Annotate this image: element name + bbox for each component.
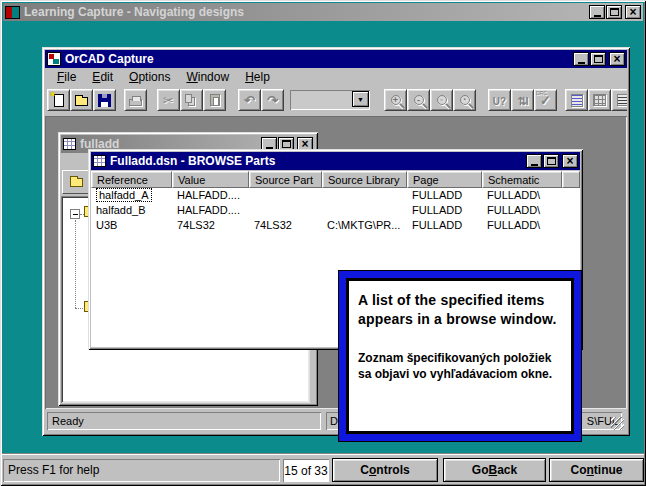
cut-icon[interactable] (157, 89, 180, 111)
orcad-titlebar: OrCAD Capture (45, 50, 627, 68)
redo-icon[interactable] (261, 89, 284, 111)
orcad-menubar: File Edit Options Window Help (45, 68, 627, 86)
zoom-in-icon[interactable] (384, 89, 407, 111)
print-icon[interactable] (124, 89, 147, 111)
paste-icon[interactable] (203, 89, 226, 111)
col-header-value[interactable]: Value (172, 171, 249, 188)
app-title: Learning Capture - Navigating designs (24, 5, 244, 19)
browse-minimize-button[interactable] (526, 154, 542, 168)
annotate-icon[interactable] (488, 89, 511, 111)
col-header-source-library[interactable]: Source Library (322, 171, 407, 188)
orcad-status-ready: Ready (47, 412, 321, 430)
table-row[interactable]: halfadd_B HALFADD.... FULLADD FULLADD\ (91, 203, 580, 218)
controls-button[interactable]: Controls (332, 458, 438, 482)
col-header-reference[interactable]: Reference (91, 171, 172, 188)
col-header-filler (562, 171, 580, 188)
tree-expand-box[interactable] (70, 209, 80, 219)
folder-icon (70, 178, 83, 187)
browse-title: Fulladd.dsn - BROWSE Parts (110, 154, 275, 168)
cross-reference-icon[interactable] (588, 89, 611, 111)
bom-icon[interactable] (611, 89, 627, 111)
back-annotate-icon[interactable] (511, 89, 534, 111)
table-header-row: Reference Value Source Part Source Libra… (91, 171, 580, 188)
minimize-icon (594, 15, 601, 17)
browse-titlebar: Fulladd.dsn - BROWSE Parts (91, 152, 580, 170)
table-row[interactable]: halfadd_A HALFADD.... FULLADD FULLADD\ (91, 188, 580, 203)
col-header-schematic[interactable]: Schematic (482, 171, 562, 188)
learning-capture-window: Learning Capture - Navigating designs Or… (0, 0, 646, 486)
orcad-close-button[interactable] (609, 52, 625, 66)
orcad-toolbar (45, 86, 627, 114)
orcad-icon (47, 52, 61, 66)
table-row[interactable]: U3B 74LS32 74LS32 C:\MKTG\PR... FULLADD … (91, 218, 580, 233)
menu-options[interactable]: Options (121, 69, 178, 85)
tutorial-text-english: A list of the specified items appears in… (358, 291, 580, 329)
drc-check-icon[interactable] (534, 89, 557, 111)
help-status-text: Press F1 for help (3, 459, 280, 482)
project-icon (63, 138, 76, 150)
maximize-icon (594, 55, 603, 63)
menu-edit[interactable]: Edit (84, 69, 121, 85)
go-back-button[interactable]: Go Back (443, 458, 546, 482)
orcad-title: OrCAD Capture (65, 52, 154, 66)
part-combo[interactable] (290, 90, 370, 110)
app-icon (5, 6, 20, 19)
browse-icon (93, 155, 106, 167)
browse-close-button[interactable] (562, 154, 578, 168)
zoom-out-icon[interactable] (407, 89, 430, 111)
continue-button[interactable]: Continue (549, 458, 644, 482)
resize-grip[interactable] (611, 417, 624, 430)
zoom-all-icon[interactable] (453, 89, 476, 111)
menu-file[interactable]: File (49, 69, 84, 85)
tab-file[interactable] (62, 170, 90, 194)
minimize-icon (578, 62, 585, 64)
col-header-source-part[interactable]: Source Part (249, 171, 322, 188)
zoom-area-icon[interactable] (430, 89, 453, 111)
undo-icon[interactable] (238, 89, 261, 111)
chevron-down-icon[interactable] (352, 91, 369, 107)
netlist-icon[interactable] (565, 89, 588, 111)
col-header-page[interactable]: Page (407, 171, 482, 188)
orcad-maximize-button[interactable] (590, 52, 606, 66)
open-icon[interactable] (70, 89, 93, 111)
browse-maximize-button[interactable] (543, 154, 559, 168)
app-maximize-button[interactable] (606, 5, 622, 19)
orcad-minimize-button[interactable] (573, 52, 589, 66)
app-titlebar: Learning Capture - Navigating designs (3, 3, 643, 21)
tutorial-text-slovak: Zoznam špecifikovaných položiek sa objav… (358, 350, 562, 382)
maximize-icon (610, 8, 619, 16)
app-close-button[interactable] (625, 5, 641, 19)
app-statusbar: Press F1 for help 15 of 33 Controls Go B… (2, 455, 644, 484)
app-minimize-button[interactable] (589, 5, 605, 19)
copy-icon[interactable] (180, 89, 203, 111)
new-icon[interactable] (47, 89, 70, 111)
tutorial-box: A list of the specified items appears in… (346, 278, 574, 434)
menu-window[interactable]: Window (178, 69, 237, 85)
page-indicator: 15 of 33 (283, 459, 329, 482)
menu-help[interactable]: Help (237, 69, 278, 85)
save-icon[interactable] (93, 89, 116, 111)
